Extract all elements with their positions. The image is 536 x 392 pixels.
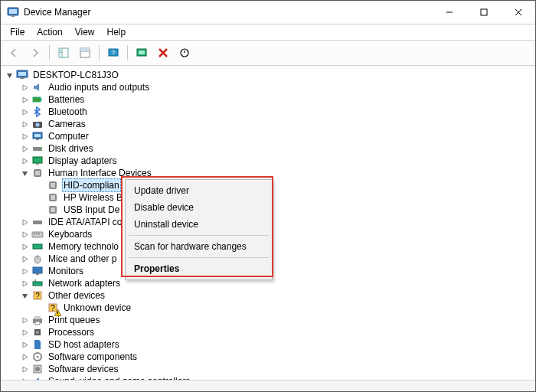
svg-rect-45 <box>34 234 35 234</box>
expand-icon[interactable] <box>19 143 30 154</box>
tree-category-audio[interactable]: Audio inputs and outputs <box>1 81 535 93</box>
back-button[interactable] <box>4 43 24 63</box>
expand-icon[interactable] <box>19 229 30 240</box>
expand-icon[interactable] <box>19 376 30 380</box>
software-device-icon <box>31 363 44 375</box>
tree-label: Batteries <box>47 93 86 106</box>
app-icon <box>7 6 19 18</box>
menu-help[interactable]: Help <box>101 25 132 39</box>
svg-rect-4 <box>481 9 487 15</box>
minimize-button[interactable] <box>432 1 466 24</box>
update-driver-button[interactable] <box>132 43 152 63</box>
expand-icon[interactable] <box>19 278 30 289</box>
svg-rect-2 <box>11 15 15 17</box>
sd-icon <box>31 338 44 351</box>
expand-icon[interactable] <box>19 106 30 117</box>
ctx-properties[interactable]: Properties <box>128 260 270 277</box>
tree-label: Mice and other p <box>47 253 118 265</box>
tree-category-disk[interactable]: Disk drives <box>1 142 535 155</box>
svg-rect-43 <box>33 220 42 224</box>
ctx-separator <box>129 257 269 258</box>
expand-icon[interactable] <box>19 241 30 252</box>
ctx-update-driver[interactable]: Update driver <box>128 182 270 199</box>
collapse-icon[interactable] <box>19 290 30 301</box>
display-icon <box>31 155 44 167</box>
tree-label: Processors <box>47 326 96 338</box>
ctx-scan-hardware[interactable]: Scan for hardware changes <box>128 238 270 255</box>
disable-button[interactable] <box>175 43 194 63</box>
forward-button[interactable] <box>25 43 45 63</box>
tree-category-other[interactable]: ? Other devices <box>1 289 535 302</box>
expand-icon[interactable] <box>19 351 30 362</box>
tree-label: Bluetooth <box>47 106 89 118</box>
device-tree[interactable]: DESKTOP-LC81J3O Audio inputs and outputs… <box>1 66 535 380</box>
processor-icon <box>31 326 44 338</box>
expand-icon[interactable] <box>19 266 30 276</box>
keyboard-icon <box>31 228 44 240</box>
tree-label: Display adapters <box>47 155 118 167</box>
hid-icon <box>31 167 44 179</box>
tree-category-bluetooth[interactable]: Bluetooth <box>1 106 535 118</box>
tree-category-hid[interactable]: Human Interface Devices <box>1 167 535 179</box>
ctx-uninstall-device[interactable]: Uninstall device <box>128 216 270 233</box>
svg-rect-17 <box>139 51 145 54</box>
tree-category-print[interactable]: Print queues <box>1 314 535 326</box>
svg-rect-40 <box>51 195 55 200</box>
tree-category-softdev[interactable]: Software devices <box>1 363 535 375</box>
svg-rect-44 <box>32 232 43 237</box>
svg-rect-51 <box>33 267 42 273</box>
expand-icon[interactable] <box>19 315 30 325</box>
svg-rect-36 <box>35 171 40 175</box>
collapse-icon[interactable] <box>19 168 30 178</box>
close-button[interactable] <box>501 1 535 24</box>
tree-label: Human Interface Devices <box>47 167 153 179</box>
expand-icon[interactable] <box>19 364 30 374</box>
tree-label: Computer <box>47 130 90 142</box>
bluetooth-icon <box>31 106 44 118</box>
computer-icon <box>31 130 44 142</box>
tree-category-batteries[interactable]: Batteries <box>1 93 535 106</box>
expand-icon[interactable] <box>19 327 30 338</box>
mouse-icon <box>31 253 44 265</box>
menu-view[interactable]: View <box>69 25 101 39</box>
svg-rect-42 <box>51 207 55 212</box>
tree-category-sd[interactable]: SD host adapters <box>1 338 535 351</box>
menu-action[interactable]: Action <box>31 25 68 39</box>
svg-point-69 <box>35 367 40 371</box>
help-button[interactable]: ? <box>103 43 123 63</box>
computer-icon <box>16 69 28 81</box>
tree-label-selected: HID-complian <box>62 178 121 192</box>
expand-icon[interactable] <box>19 119 30 129</box>
tree-category-sound[interactable]: Sound, video and game controllers <box>1 375 535 380</box>
svg-text:?: ? <box>112 49 116 56</box>
tree-category-cameras[interactable]: Cameras <box>1 118 535 130</box>
uninstall-button[interactable] <box>153 43 173 63</box>
tree-root[interactable]: DESKTOP-LC81J3O <box>1 69 535 81</box>
tree-category-processors[interactable]: Processors <box>1 326 535 338</box>
svg-rect-52 <box>36 273 39 275</box>
expand-icon[interactable] <box>19 94 30 105</box>
svg-rect-47 <box>38 234 40 234</box>
svg-rect-23 <box>20 77 25 79</box>
properties-button[interactable] <box>75 43 95 63</box>
collapse-icon[interactable] <box>4 70 15 80</box>
svg-rect-10 <box>60 52 61 53</box>
expand-icon[interactable] <box>19 339 30 350</box>
ctx-disable-device[interactable]: Disable device <box>128 199 270 216</box>
expand-icon[interactable] <box>19 155 30 166</box>
tree-device-unknown[interactable]: ? Unknown device <box>1 302 535 314</box>
expand-icon[interactable] <box>19 217 30 227</box>
svg-rect-9 <box>60 50 61 51</box>
menu-file[interactable]: File <box>4 25 31 39</box>
show-hide-tree-button[interactable] <box>54 43 74 63</box>
tree-category-computer[interactable]: Computer <box>1 130 535 142</box>
expand-icon[interactable] <box>19 253 30 264</box>
hid-icon <box>47 179 59 191</box>
expand-icon[interactable] <box>19 131 30 142</box>
network-icon <box>31 277 44 289</box>
tree-category-software[interactable]: Software components <box>1 351 535 363</box>
expand-icon[interactable] <box>19 82 30 93</box>
maximize-button[interactable] <box>466 1 501 24</box>
tree-category-display[interactable]: Display adapters <box>1 155 535 167</box>
tree-label: Keyboards <box>47 228 93 240</box>
